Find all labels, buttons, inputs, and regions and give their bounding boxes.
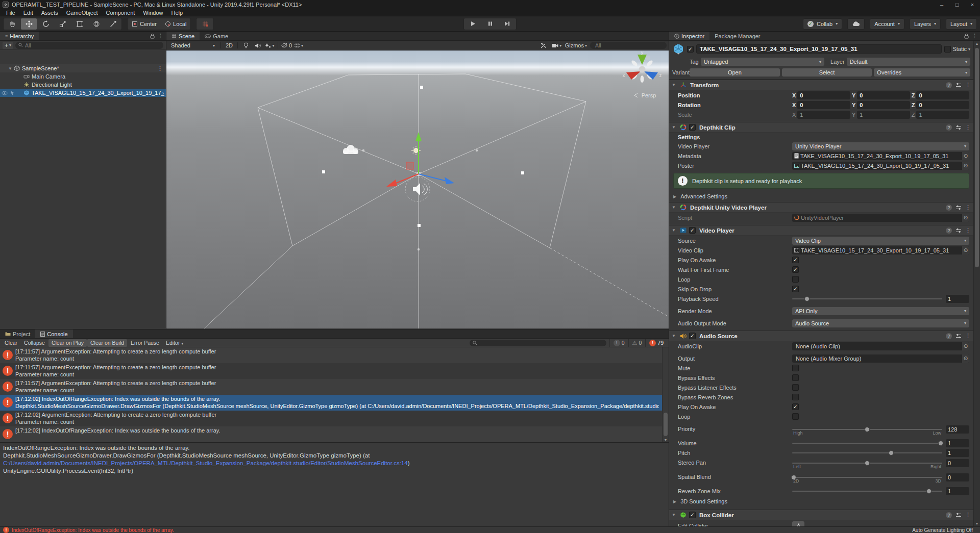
position-y-field[interactable]: 0: [857, 91, 910, 99]
menu-help[interactable]: Help: [167, 9, 187, 16]
pitch-slider[interactable]: [792, 448, 942, 458]
transform-tool-button[interactable]: [88, 18, 104, 30]
advanced-settings-foldout[interactable]: ▶ Advanced Settings: [669, 191, 973, 202]
error-count-badge[interactable]: !79: [645, 339, 667, 347]
toggle-2d-button[interactable]: 2D: [224, 42, 234, 49]
component-menu-icon[interactable]: ⋮: [965, 512, 971, 518]
menu-window[interactable]: Window: [139, 9, 167, 16]
log-entry-selected[interactable]: [17:12:02] IndexOutOfRangeException: Ind…: [0, 395, 662, 411]
scrollbar-thumb[interactable]: [664, 413, 668, 436]
fold-arrow-icon[interactable]: ▼: [672, 83, 676, 87]
scale-x-field[interactable]: 1: [797, 111, 850, 119]
log-entry[interactable]: [17:11:57] ArgumentException: Attempting…: [0, 363, 662, 379]
help-icon[interactable]: ?: [946, 333, 952, 339]
persp-toggle-icon[interactable]: [634, 93, 638, 97]
preset-icon[interactable]: [955, 512, 962, 518]
clear-on-build-button[interactable]: Clear on Build: [87, 339, 127, 347]
hierarchy-scene-row[interactable]: ▼ SampleScene* ⋮: [0, 64, 166, 72]
fold-arrow-icon[interactable]: ▼: [8, 66, 12, 71]
volume-value[interactable]: 1: [946, 439, 969, 447]
stereo-pan-value[interactable]: 0: [946, 459, 969, 467]
play-button[interactable]: [464, 18, 481, 30]
move-tool-button[interactable]: [21, 18, 37, 30]
axis-y-cone[interactable]: [638, 55, 647, 65]
rotate-tool-button[interactable]: [38, 18, 54, 30]
audioclip-object-field[interactable]: None (Audio Clip) ⊙: [792, 342, 969, 350]
tag-dropdown[interactable]: Untagged▾: [701, 58, 824, 66]
prefab-select-button[interactable]: Select: [782, 68, 872, 77]
log-entry[interactable]: [17:11:57] ArgumentException: Attempting…: [0, 379, 662, 395]
scene-viewport[interactable]: y x z Persp: [166, 50, 669, 328]
audio-play-on-awake-checkbox[interactable]: [792, 403, 799, 410]
hierarchy-item-selected-take[interactable]: TAKE_VISAGE10_15_17_24_30_Export_10_19_1…: [0, 89, 166, 97]
tab-console[interactable]: Console: [35, 329, 72, 338]
auto-generate-lighting-status[interactable]: Auto Generate Lighting Off: [912, 527, 977, 533]
custom-tool-button[interactable]: [105, 18, 121, 30]
object-picker-icon[interactable]: ⊙: [962, 162, 969, 170]
3d-sound-settings-foldout[interactable]: ▶ 3D Sound Settings: [669, 496, 973, 507]
move-gizmo[interactable]: [386, 132, 454, 187]
scene-audio-button[interactable]: [253, 42, 263, 49]
priority-value[interactable]: 128: [946, 425, 969, 434]
loop-checkbox[interactable]: [792, 276, 799, 283]
tab-inspector[interactable]: Inspector: [669, 32, 709, 40]
poster-object-field[interactable]: TAKE_VISAGE10_15_17_24_30_Export_10_19_1…: [792, 162, 969, 170]
static-checkbox[interactable]: [944, 46, 951, 53]
volume-slider[interactable]: [792, 439, 942, 448]
fold-arrow-icon[interactable]: ▼: [672, 334, 676, 338]
scale-y-field[interactable]: 1: [857, 111, 910, 119]
view-orientation-gizmo[interactable]: y x z Persp: [623, 50, 662, 98]
scene-search-input[interactable]: [595, 42, 664, 48]
pickability-icon[interactable]: [10, 90, 15, 95]
component-menu-icon[interactable]: ⋮: [965, 204, 971, 211]
play-on-awake-checkbox[interactable]: [792, 257, 799, 263]
priority-slider[interactable]: High Low: [792, 425, 942, 434]
tab-game[interactable]: Game: [200, 32, 233, 40]
fold-arrow-icon[interactable]: ▼: [672, 228, 676, 233]
grid-snap-button[interactable]: [197, 18, 213, 30]
hierarchy-create-button[interactable]: +▾: [3, 42, 13, 49]
pivot-center-button[interactable]: Center: [128, 18, 161, 30]
component-enabled-checkbox[interactable]: [689, 512, 696, 518]
preset-icon[interactable]: [955, 124, 962, 131]
fold-arrow-icon[interactable]: ▼: [672, 205, 676, 210]
preset-icon[interactable]: [955, 227, 962, 234]
scene-visibility-button[interactable]: 0: [281, 42, 292, 49]
warning-count-badge[interactable]: ⚠0: [628, 339, 646, 347]
playback-speed-slider[interactable]: [792, 294, 942, 303]
gizmos-dropdown[interactable]: Gizmos▾: [565, 42, 587, 49]
lock-icon[interactable]: [964, 33, 969, 39]
help-icon[interactable]: ?: [946, 512, 952, 518]
audio-source-gizmo-icon[interactable]: [405, 177, 430, 201]
rotation-y-field[interactable]: 0: [857, 101, 910, 109]
hierarchy-search-input[interactable]: [25, 42, 160, 48]
skip-on-drop-checkbox[interactable]: [792, 286, 799, 292]
layers-dropdown[interactable]: Layers▾: [910, 18, 941, 30]
audio-source-component-header[interactable]: ▼ Audio Source ? ⋮: [669, 331, 973, 341]
object-picker-icon[interactable]: ⊙: [962, 152, 969, 160]
shading-mode-dropdown[interactable]: Shaded▾: [168, 42, 217, 49]
stacktrace-link[interactable]: C:/Users/david.admin/Documents/INEDI_Pro…: [3, 460, 408, 466]
component-menu-icon[interactable]: ⋮: [965, 227, 971, 234]
video-player-dropdown[interactable]: Unity Video Player▾: [792, 142, 969, 150]
reverb-zone-mix-value[interactable]: 1: [946, 487, 969, 495]
menu-component[interactable]: Component: [102, 9, 139, 16]
wait-first-frame-checkbox[interactable]: [792, 266, 799, 273]
spatial-blend-value[interactable]: 0: [946, 473, 969, 481]
scene-row-menu-icon[interactable]: ⋮: [157, 65, 163, 72]
clear-on-play-button[interactable]: Clear on Play: [48, 339, 87, 347]
hierarchy-tab[interactable]: ≡ Hierarchy: [0, 32, 39, 40]
component-menu-icon[interactable]: ⋮: [965, 82, 971, 88]
pause-button[interactable]: [481, 18, 499, 30]
audio-output-mode-dropdown[interactable]: Audio Source▾: [792, 319, 969, 327]
cloud-button[interactable]: [847, 18, 865, 30]
mute-checkbox[interactable]: [792, 365, 799, 371]
menu-file[interactable]: File: [2, 9, 19, 16]
persp-label[interactable]: Persp: [642, 92, 656, 98]
bypass-reverb-checkbox[interactable]: [792, 394, 799, 400]
prefab-overrides-dropdown[interactable]: Overrides▾: [874, 68, 970, 77]
component-menu-icon[interactable]: ⋮: [965, 124, 971, 131]
audio-loop-checkbox[interactable]: [792, 413, 799, 420]
stereo-pan-slider[interactable]: Left Right: [792, 459, 942, 468]
scale-tool-button[interactable]: [55, 18, 70, 30]
